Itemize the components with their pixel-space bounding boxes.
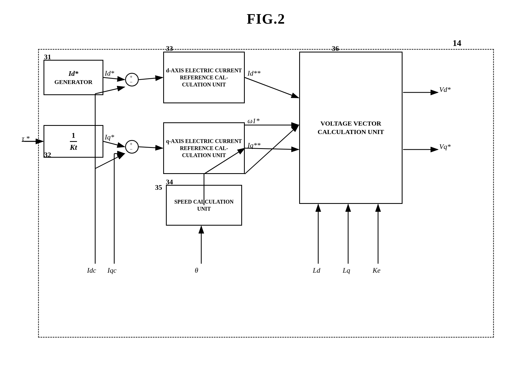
theta-label: θ bbox=[195, 266, 198, 275]
block-35-number: 35 bbox=[155, 183, 162, 192]
Ld-label: Ld bbox=[313, 266, 320, 275]
block-33: d-AXIS ELECTRIC CURRENT REFERENCE CAL-CU… bbox=[163, 52, 245, 103]
Vq-star-label: Vq* bbox=[439, 143, 451, 151]
Idc-label: Idc bbox=[87, 266, 96, 275]
Vd-star-label: Vd* bbox=[439, 86, 451, 94]
Id-star-label: Id* bbox=[105, 69, 114, 77]
block-32-number: 32 bbox=[44, 151, 51, 159]
Iqc-label: Iqc bbox=[107, 266, 116, 275]
Id-dstar-label: Id** bbox=[248, 69, 261, 77]
summing-junction-q: + − bbox=[125, 140, 139, 154]
Lq-label: Lq bbox=[343, 266, 350, 275]
block-33-number: 33 bbox=[166, 45, 173, 53]
block-14-label: 14 bbox=[453, 38, 461, 48]
block-31: Id* GENERATOR bbox=[44, 60, 103, 95]
diagram-container: 14 Id* GENERATOR 31 1 Kt 32 d-AXIS ELECT… bbox=[22, 33, 510, 370]
block-31-number: 31 bbox=[44, 53, 51, 61]
Iq-dstar-label: Iq** bbox=[248, 141, 261, 150]
block-36-number: 36 bbox=[332, 45, 339, 53]
Iq-star-label: Iq* bbox=[105, 133, 114, 141]
page-title: FIG.2 bbox=[0, 0, 532, 27]
block-35: SPEED CALCULATION UNIT bbox=[166, 185, 242, 226]
tau-star-label: τ * bbox=[22, 135, 30, 143]
block-32: 1 Kt bbox=[44, 125, 103, 158]
outer-dashed-box bbox=[38, 49, 494, 338]
summing-junction-d: + − bbox=[125, 73, 139, 86]
block-36: VOLTAGE VECTOR CALCULATION UNIT bbox=[299, 52, 403, 204]
Ke-label: Ke bbox=[373, 266, 381, 275]
omega1-star-label: ω1* bbox=[248, 117, 259, 125]
block-34: q-AXIS ELECTRIC CURRENT REFERENCE CAL-CU… bbox=[163, 122, 245, 174]
